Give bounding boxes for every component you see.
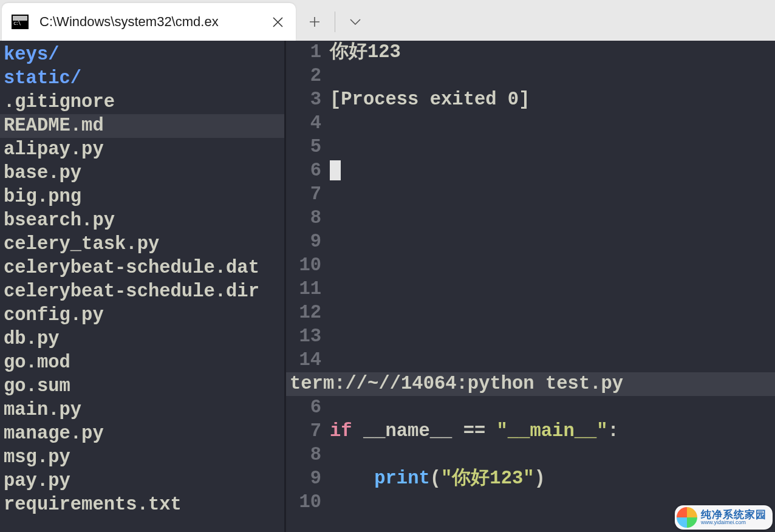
terminal-line-content [330, 254, 775, 278]
tab-title: C:\Windows\system32\cmd.ex [39, 14, 267, 30]
code-pane[interactable]: 67if __name__ == "__main__":89 print("你好… [286, 396, 775, 514]
file-item[interactable]: README.md [0, 114, 284, 138]
line-number: 7 [286, 420, 330, 443]
cmd-icon [12, 15, 29, 29]
terminal-line-content [330, 325, 775, 349]
file-item[interactable]: keys/ [0, 43, 284, 67]
terminal-line: 3[Process exited 0] [286, 88, 775, 112]
code-line: 9 print("你好123") [286, 467, 775, 491]
line-number: 10 [286, 491, 330, 514]
line-number: 12 [286, 301, 330, 325]
terminal-line: 14 [286, 349, 775, 372]
terminal-line-content [330, 64, 775, 88]
file-item[interactable]: celerybeat-schedule.dat [0, 256, 284, 280]
terminal-line: 12 [286, 301, 775, 325]
code-line-content [330, 443, 775, 467]
new-tab-button[interactable] [296, 3, 333, 41]
line-number: 1 [286, 41, 330, 64]
terminal-line: 6 [286, 159, 775, 183]
file-item[interactable]: main.py [0, 398, 284, 422]
terminal-line: 5 [286, 135, 775, 159]
watermark-logo-icon [677, 507, 697, 528]
tab-active[interactable]: C:\Windows\system32\cmd.ex [2, 3, 296, 41]
terminal-line: 4 [286, 112, 775, 135]
tab-dropdown-button[interactable] [336, 3, 374, 41]
file-item[interactable]: alipay.py [0, 138, 284, 162]
line-number: 8 [286, 443, 330, 467]
terminal-line-content [330, 349, 775, 372]
line-number: 9 [286, 230, 330, 254]
line-number: 10 [286, 254, 330, 278]
line-number: 6 [286, 159, 330, 183]
terminal-line: 1你好123 [286, 41, 775, 64]
file-item[interactable]: celerybeat-schedule.dir [0, 280, 284, 304]
code-line-content: if __name__ == "__main__": [330, 420, 775, 443]
terminal-line-content: 你好123 [330, 41, 775, 64]
terminal-line-content [330, 230, 775, 254]
terminal-cursor [330, 160, 341, 180]
code-line: 6 [286, 396, 775, 420]
line-number: 7 [286, 183, 330, 206]
file-item[interactable]: msg.py [0, 446, 284, 469]
terminal-pane[interactable]: 1你好12323[Process exited 0]45678910111213… [286, 41, 775, 396]
line-number: 8 [286, 206, 330, 230]
terminal-line-content [330, 206, 775, 230]
file-item[interactable]: config.py [0, 304, 284, 327]
workspace: keys/static/.gitignoreREADME.mdalipay.py… [0, 41, 775, 532]
file-item[interactable]: manage.py [0, 422, 284, 446]
line-number: 13 [286, 325, 330, 349]
code-line-content: print("你好123") [330, 467, 775, 491]
terminal-line: 11 [286, 278, 775, 301]
file-item[interactable]: go.sum [0, 375, 284, 398]
file-item[interactable]: pay.py [0, 469, 284, 493]
terminal-line-content [330, 278, 775, 301]
terminal-line: 13 [286, 325, 775, 349]
file-item[interactable]: base.py [0, 162, 284, 185]
terminal-line-content [330, 183, 775, 206]
line-number: 4 [286, 112, 330, 135]
editor-area: 1你好12323[Process exited 0]45678910111213… [286, 41, 775, 532]
file-item[interactable]: big.png [0, 185, 284, 209]
terminal-line-content [330, 112, 775, 135]
watermark-url: www.yidaimei.com [701, 520, 766, 525]
terminal-line: 2 [286, 64, 775, 88]
terminal-line-content [330, 135, 775, 159]
line-number: 5 [286, 135, 330, 159]
line-number: 3 [286, 88, 330, 112]
terminal-line: 10 [286, 254, 775, 278]
code-line-content [330, 396, 775, 420]
file-item[interactable]: static/ [0, 67, 284, 90]
terminal-line: 9 [286, 230, 775, 254]
line-number: 11 [286, 278, 330, 301]
terminal-line-content: [Process exited 0] [330, 88, 775, 112]
close-icon[interactable] [267, 11, 288, 33]
file-item[interactable]: requirements.txt [0, 493, 284, 517]
titlebar-divider [335, 12, 335, 32]
line-number: 9 [286, 467, 330, 491]
terminal-line: 8 [286, 206, 775, 230]
terminal-line-content [330, 301, 775, 325]
terminal-line-content [330, 159, 775, 183]
code-line: 7if __name__ == "__main__": [286, 420, 775, 443]
code-line: 8 [286, 443, 775, 467]
file-item[interactable]: go.mod [0, 351, 284, 375]
file-item[interactable]: .gitignore [0, 90, 284, 114]
terminal-line: 7 [286, 183, 775, 206]
line-number: 6 [286, 396, 330, 420]
file-item[interactable]: db.py [0, 327, 284, 351]
file-item[interactable]: bsearch.py [0, 209, 284, 233]
terminal-status: term://~//14064:python test.py [286, 372, 775, 396]
watermark-title: 纯净系统家园 [701, 510, 766, 520]
line-number: 2 [286, 64, 330, 88]
file-tree[interactable]: keys/static/.gitignoreREADME.mdalipay.py… [0, 41, 284, 532]
file-item[interactable]: celery_task.py [0, 233, 284, 256]
titlebar: C:\Windows\system32\cmd.ex [0, 0, 775, 41]
watermark: 纯净系统家园 www.yidaimei.com [675, 505, 773, 530]
line-number: 14 [286, 349, 330, 372]
